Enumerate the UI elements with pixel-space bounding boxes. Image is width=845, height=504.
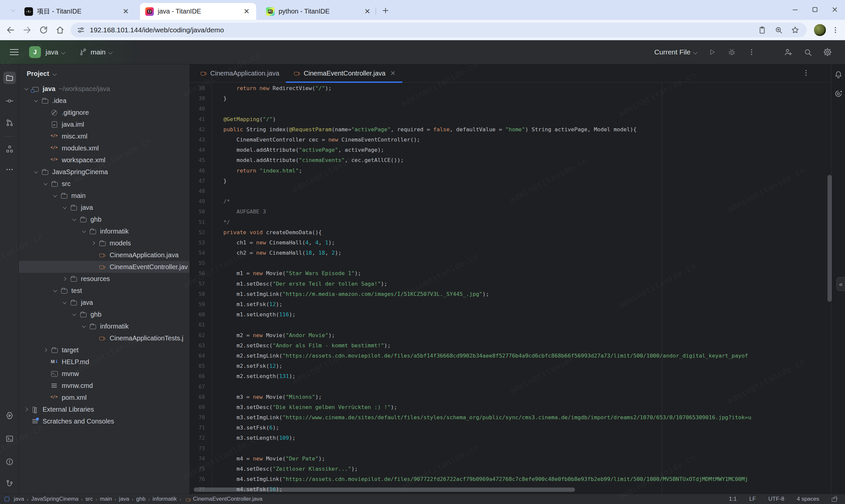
code-line-44[interactable]: 44 model.addAttribute("activePage", acti… (190, 145, 831, 155)
tree-item-java[interactable]: java~/workspace/java (19, 83, 190, 95)
code-line-63[interactable]: 63 m2.setDesc("Andor als Film - kommt be… (190, 340, 831, 350)
clipboard-icon[interactable] (757, 24, 768, 36)
tree-item-resources[interactable]: resources (19, 273, 190, 285)
horizontal-scrollbar[interactable] (194, 487, 575, 492)
editor-tab-cinema-event-controller[interactable]: CinemaEventController.java ✕ (286, 64, 402, 83)
indent-setting[interactable]: 4 spaces (797, 496, 819, 502)
tree-item-cinemaeventcontroller-jav[interactable]: CinemaEventController.jav (19, 261, 190, 273)
code-line-43[interactable]: 43 CinemaEventController cec = new Cinem… (190, 134, 831, 145)
close-window-button[interactable] (829, 4, 840, 15)
editor-tabs-menu-icon[interactable] (802, 69, 810, 77)
tree-item-ghb[interactable]: ghb (19, 308, 190, 320)
tree-item-java-iml[interactable]: java.iml (19, 119, 190, 130)
bookmark-star-icon[interactable] (790, 24, 801, 36)
tree-item-mvnw-cmd[interactable]: mvnw.cmd (19, 380, 190, 392)
problems-tool-icon[interactable] (3, 455, 16, 468)
code-line-52[interactable]: 52 private void createDemoData(){ (190, 227, 831, 237)
browser-tab-java[interactable]: IJ java - TitanIDE ✕ (140, 3, 256, 20)
breadcrumb-item[interactable]: informatik (153, 496, 177, 502)
code-line-74[interactable]: 74 m4 = new Movie("Der Pate"); (190, 453, 831, 464)
chevron-open-icon[interactable] (51, 191, 59, 200)
code-line-42[interactable]: 42 public String index(@RequestParam(nam… (190, 124, 831, 134)
tree-item-ghb[interactable]: ghb (19, 213, 190, 225)
tree-item-java[interactable]: java (19, 296, 190, 308)
code-line-55[interactable]: 55 (190, 258, 831, 268)
tree-item-modules-xml[interactable]: modules.xml (19, 142, 190, 154)
caret-position[interactable]: 1:1 (729, 496, 737, 502)
tree-item-javaspringcinema[interactable]: JavaSpringCinema (19, 166, 190, 178)
breadcrumb-item[interactable]: ghb (136, 496, 145, 502)
code-line-72[interactable]: 72 m3.setLength(109); (190, 433, 831, 443)
code-line-68[interactable]: 68 m3 = new Movie("Minions"); (190, 392, 831, 402)
code-line-67[interactable]: 67 (190, 381, 831, 392)
add-user-icon[interactable] (782, 47, 793, 58)
chevron-open-icon[interactable] (32, 167, 40, 176)
browser-menu-icon[interactable] (830, 24, 840, 36)
maximize-button[interactable] (809, 4, 821, 15)
chevron-closed-icon[interactable] (89, 239, 98, 247)
code-line-58[interactable]: 58 m1.setImgLink("https://m.media-amazon… (190, 289, 831, 299)
chevron-closed-icon[interactable] (41, 346, 50, 354)
url-text[interactable]: 192.168.101.144/ide/web/coding/java/demo (90, 26, 751, 34)
line-ending[interactable]: LF (749, 496, 756, 502)
chevron-closed-icon[interactable] (22, 405, 31, 414)
search-everywhere-icon[interactable] (802, 47, 813, 58)
code-line-46[interactable]: 46 return "index.html"; (190, 166, 831, 176)
branch-name[interactable]: main (91, 48, 106, 56)
url-bar[interactable]: 192.168.101.144/ide/web/coding/java/demo (71, 23, 807, 37)
code-line-45[interactable]: 45 model.addAttribute("cinemaEvents", ce… (190, 155, 831, 165)
run-config-selector[interactable]: Current File (654, 48, 698, 56)
chevron-open-icon[interactable] (80, 227, 88, 235)
version-control-tool-icon[interactable] (3, 477, 16, 490)
chevron-open-icon[interactable] (22, 85, 31, 93)
chevron-open-icon[interactable] (41, 179, 50, 188)
code-line-57[interactable]: 57 m1.setDesc("Der erste Teil der tollen… (190, 279, 831, 289)
tab-search-button[interactable] (8, 5, 18, 15)
services-tool-icon[interactable] (3, 409, 16, 422)
code-line-64[interactable]: 64 m2.setImgLink("https://assets.cdn.mov… (190, 350, 831, 361)
tree-item-misc-xml[interactable]: misc.xml (19, 130, 190, 142)
notifications-bell-icon[interactable] (833, 69, 844, 80)
browser-tab-python[interactable]: PC python - TitanIDE ✕ (261, 3, 377, 20)
tree-item-main[interactable]: main (19, 190, 190, 201)
code-line-75[interactable]: 75 m4.setDesc("Zeitloser Klassiker..."); (190, 464, 831, 474)
browser-tab-projects[interactable]: ‹t› 项目 - TitanIDE ✕ (19, 3, 135, 20)
site-info-icon[interactable] (76, 26, 85, 34)
back-icon[interactable] (5, 24, 17, 36)
chevron-closed-icon[interactable] (60, 274, 69, 283)
code-line-54[interactable]: 54 ch2 = new CinemaHall(18, 18, 2); (190, 248, 831, 258)
tree-item-models[interactable]: models (19, 237, 190, 249)
code-line-38[interactable]: 38 return new RedirectView("/"); (190, 83, 831, 93)
reload-icon[interactable] (38, 24, 50, 36)
close-tab-icon[interactable]: ✕ (363, 7, 372, 16)
tree-item-target[interactable]: target (19, 344, 190, 356)
home-icon[interactable] (54, 24, 66, 36)
more-tools-icon[interactable] (3, 163, 16, 176)
new-tab-button[interactable] (380, 5, 391, 16)
minimize-button[interactable] (790, 4, 801, 15)
breadcrumb-item[interactable]: java (14, 496, 24, 502)
tree-item-src[interactable]: src (19, 178, 190, 190)
tree-item-scratches-and-consoles[interactable]: Scratches and Consoles (19, 415, 190, 427)
breadcrumb-item[interactable]: src (86, 496, 93, 502)
vertical-scrollbar[interactable] (828, 175, 832, 302)
chevron-open-icon[interactable] (32, 96, 40, 105)
more-actions-icon[interactable] (746, 47, 757, 58)
tree-item-informatik[interactable]: informatik (19, 225, 190, 237)
collapse-panel-handle[interactable]: « (837, 277, 845, 291)
code-line-65[interactable]: 65 m2.setFsk(12); (190, 361, 831, 371)
code-line-40[interactable]: 40 (190, 104, 831, 114)
ai-assistant-icon[interactable] (833, 88, 844, 99)
tree-item-cinemaapplicationtests-j[interactable]: CinemaApplicationTests.j (19, 332, 190, 344)
run-icon[interactable] (706, 47, 718, 58)
tree-item--idea[interactable]: .idea (19, 95, 190, 107)
code-line-49[interactable]: 49 /* (190, 196, 831, 206)
breadcrumb-item[interactable]: java (119, 496, 129, 502)
terminal-tool-icon[interactable] (3, 432, 16, 445)
code-line-69[interactable]: 69 m3.setDesc("Die kleinen gelben Verrüc… (190, 402, 831, 412)
breadcrumb-item[interactable]: main (100, 496, 112, 502)
unlock-icon[interactable] (832, 496, 837, 502)
chevron-open-icon[interactable] (70, 310, 78, 319)
chevron-open-icon[interactable] (60, 203, 69, 212)
code-line-73[interactable]: 73 (190, 443, 831, 453)
